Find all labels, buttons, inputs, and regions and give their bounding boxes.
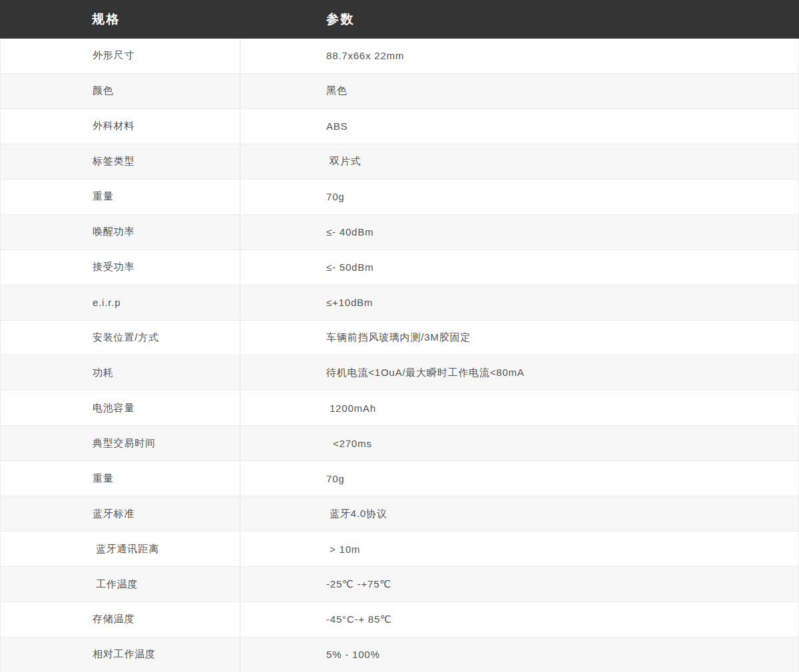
- spec-cell: 标签类型: [1, 144, 240, 179]
- spec-cell: 唤醒功率: [1, 215, 240, 250]
- spec-cell: 典型交易时间: [1, 426, 240, 460]
- value-cell: -45°C-+ 85℃: [240, 602, 798, 637]
- value-cell: 88.7x66x 22mm: [240, 39, 798, 73]
- table-row: 蓝牙通讯距离 > 10m: [1, 532, 798, 567]
- value-cell: -25℃ -+75℃: [240, 567, 798, 601]
- header-spec-column: 规格: [0, 11, 240, 28]
- spec-cell: 接受功率: [1, 250, 240, 285]
- table-row: 功耗 待机电流<1OuA/最大瞬时工作电流<80mA: [1, 355, 798, 391]
- spec-cell: 蓝牙标准: [1, 496, 240, 531]
- spec-cell: 颜色: [1, 74, 240, 108]
- value-cell: 70g: [240, 461, 798, 496]
- spec-cell: 功耗: [1, 355, 240, 390]
- spec-cell: 重量: [1, 180, 240, 214]
- value-cell: <270ms: [240, 426, 798, 460]
- spec-cell: 外科材料: [1, 109, 240, 144]
- spec-cell: e.i.r.p: [1, 285, 240, 320]
- value-cell: 双片式: [240, 144, 798, 179]
- table-row: 相对工作温度 5% - 100%: [1, 637, 798, 672]
- table-row: 电池容量 1200mAh: [1, 391, 798, 426]
- table-row: 安装位置/方式 车辆前挡风玻璃内测/3M胶固定: [1, 321, 798, 356]
- table-header: 规格 参数: [0, 0, 799, 39]
- value-cell: 1200mAh: [240, 391, 798, 425]
- table-row: 外科材料 ABS: [1, 109, 798, 144]
- spec-cell: 存储温度: [1, 602, 240, 637]
- value-cell: ≤- 50dBm: [240, 250, 798, 285]
- spec-cell: 外形尺寸: [1, 39, 240, 73]
- value-cell: 黑色: [240, 74, 798, 108]
- value-cell: > 10m: [240, 532, 798, 566]
- table-row: 唤醒功率 ≤- 40dBm: [1, 215, 798, 250]
- value-cell: 车辆前挡风玻璃内测/3M胶固定: [240, 321, 798, 355]
- value-cell: 70g: [240, 180, 798, 214]
- table-row: 颜色 黑色: [1, 74, 798, 109]
- table-row: 工作温度 -25℃ -+75℃: [1, 567, 798, 602]
- header-value-column: 参数: [240, 11, 799, 28]
- value-cell: 5% - 100%: [240, 637, 798, 672]
- spec-cell: 相对工作温度: [1, 637, 240, 672]
- spec-cell: 电池容量: [1, 391, 240, 425]
- table-row: 蓝牙标准 蓝牙4.0协议: [1, 496, 798, 532]
- value-cell: ABS: [240, 109, 798, 144]
- table-row: 重量 70g: [1, 461, 798, 496]
- table-row: 外形尺寸 88.7x66x 22mm: [1, 39, 798, 74]
- spec-table: 规格 参数 外形尺寸 88.7x66x 22mm 颜色 黑色 外科材料 ABS …: [0, 0, 799, 672]
- table-row: e.i.r.p ≤+10dBm: [1, 285, 798, 321]
- table-row: 重量 70g: [1, 180, 798, 215]
- spec-cell: 重量: [1, 461, 240, 496]
- table-body: 外形尺寸 88.7x66x 22mm 颜色 黑色 外科材料 ABS 标签类型 双…: [0, 39, 799, 672]
- value-cell: 蓝牙4.0协议: [240, 496, 798, 531]
- table-row: 标签类型 双片式: [1, 144, 798, 180]
- table-row: 接受功率 ≤- 50dBm: [1, 250, 798, 285]
- table-row: 典型交易时间 <270ms: [1, 426, 798, 461]
- value-cell: 待机电流<1OuA/最大瞬时工作电流<80mA: [240, 355, 798, 390]
- value-cell: ≤+10dBm: [240, 285, 798, 320]
- table-row: 存储温度 -45°C-+ 85℃: [1, 602, 798, 637]
- spec-cell: 安装位置/方式: [1, 321, 240, 355]
- spec-cell: 工作温度: [1, 567, 240, 601]
- value-cell: ≤- 40dBm: [240, 215, 798, 250]
- spec-cell: 蓝牙通讯距离: [1, 532, 240, 566]
